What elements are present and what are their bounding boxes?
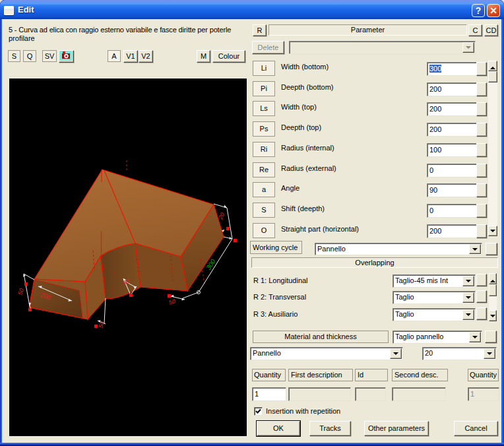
svg-text:50: 50 <box>168 298 176 306</box>
svg-text:50: 50 <box>16 288 25 296</box>
